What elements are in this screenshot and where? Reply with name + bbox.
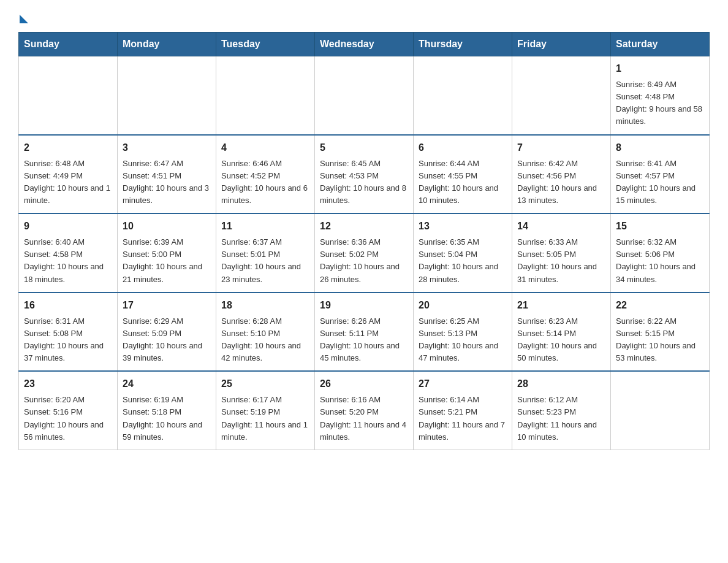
calendar-cell: 13Sunrise: 6:35 AMSunset: 5:04 PMDayligh… xyxy=(414,213,512,293)
day-info: Sunrise: 6:23 AMSunset: 5:14 PMDaylight:… xyxy=(517,315,605,365)
day-info: Sunrise: 6:29 AMSunset: 5:09 PMDaylight:… xyxy=(123,315,211,365)
calendar-cell: 20Sunrise: 6:25 AMSunset: 5:13 PMDayligh… xyxy=(414,293,512,372)
calendar-cell xyxy=(611,371,710,450)
logo-arrow-icon xyxy=(20,15,28,23)
calendar-cell: 22Sunrise: 6:22 AMSunset: 5:15 PMDayligh… xyxy=(611,293,710,372)
day-number: 28 xyxy=(517,377,605,391)
day-info: Sunrise: 6:47 AMSunset: 4:51 PMDaylight:… xyxy=(123,158,211,207)
calendar-cell: 7Sunrise: 6:42 AMSunset: 4:56 PMDaylight… xyxy=(512,135,611,214)
day-number: 22 xyxy=(616,298,704,313)
calendar-cell: 26Sunrise: 6:16 AMSunset: 5:20 PMDayligh… xyxy=(315,371,414,450)
calendar-cell: 2Sunrise: 6:48 AMSunset: 4:49 PMDaylight… xyxy=(19,135,118,214)
day-info: Sunrise: 6:39 AMSunset: 5:00 PMDaylight:… xyxy=(123,236,211,286)
day-info: Sunrise: 6:16 AMSunset: 5:20 PMDaylight:… xyxy=(320,394,408,443)
day-info: Sunrise: 6:14 AMSunset: 5:21 PMDaylight:… xyxy=(419,394,507,443)
day-header-sunday: Sunday xyxy=(19,33,118,56)
day-number: 14 xyxy=(517,219,605,234)
day-info: Sunrise: 6:22 AMSunset: 5:15 PMDaylight:… xyxy=(616,315,704,365)
calendar-week-1: 1Sunrise: 6:49 AMSunset: 4:48 PMDaylight… xyxy=(19,56,710,135)
day-header-tuesday: Tuesday xyxy=(216,33,315,56)
day-number: 25 xyxy=(221,377,309,391)
day-info: Sunrise: 6:44 AMSunset: 4:55 PMDaylight:… xyxy=(419,158,507,207)
calendar-cell xyxy=(19,56,118,135)
day-info: Sunrise: 6:26 AMSunset: 5:11 PMDaylight:… xyxy=(320,315,408,365)
calendar-cell: 21Sunrise: 6:23 AMSunset: 5:14 PMDayligh… xyxy=(512,293,611,372)
day-number: 26 xyxy=(320,377,408,391)
day-number: 15 xyxy=(616,219,704,234)
day-header-wednesday: Wednesday xyxy=(315,33,414,56)
day-number: 13 xyxy=(419,219,507,234)
calendar-cell: 10Sunrise: 6:39 AMSunset: 5:00 PMDayligh… xyxy=(118,213,216,293)
day-number: 19 xyxy=(320,298,408,313)
day-info: Sunrise: 6:12 AMSunset: 5:23 PMDaylight:… xyxy=(517,394,605,443)
day-number: 10 xyxy=(123,219,211,234)
calendar-cell: 25Sunrise: 6:17 AMSunset: 5:19 PMDayligh… xyxy=(216,371,315,450)
calendar-cell: 11Sunrise: 6:37 AMSunset: 5:01 PMDayligh… xyxy=(216,213,315,293)
calendar-cell: 3Sunrise: 6:47 AMSunset: 4:51 PMDaylight… xyxy=(118,135,216,214)
day-info: Sunrise: 6:25 AMSunset: 5:13 PMDaylight:… xyxy=(419,315,507,365)
page-header xyxy=(18,12,710,21)
calendar-cell xyxy=(216,56,315,135)
calendar-cell: 12Sunrise: 6:36 AMSunset: 5:02 PMDayligh… xyxy=(315,213,414,293)
calendar-body: 1Sunrise: 6:49 AMSunset: 4:48 PMDaylight… xyxy=(19,56,710,450)
calendar-cell: 9Sunrise: 6:40 AMSunset: 4:58 PMDaylight… xyxy=(19,213,118,293)
day-number: 8 xyxy=(616,140,704,155)
day-number: 7 xyxy=(517,140,605,155)
day-info: Sunrise: 6:45 AMSunset: 4:53 PMDaylight:… xyxy=(320,158,408,207)
calendar-cell: 24Sunrise: 6:19 AMSunset: 5:18 PMDayligh… xyxy=(118,371,216,450)
day-info: Sunrise: 6:35 AMSunset: 5:04 PMDaylight:… xyxy=(419,236,507,286)
calendar-cell: 23Sunrise: 6:20 AMSunset: 5:16 PMDayligh… xyxy=(19,371,118,450)
day-info: Sunrise: 6:19 AMSunset: 5:18 PMDaylight:… xyxy=(123,394,211,443)
day-number: 18 xyxy=(221,298,309,313)
day-info: Sunrise: 6:42 AMSunset: 4:56 PMDaylight:… xyxy=(517,158,605,207)
calendar-cell: 4Sunrise: 6:46 AMSunset: 4:52 PMDaylight… xyxy=(216,135,315,214)
calendar-week-4: 16Sunrise: 6:31 AMSunset: 5:08 PMDayligh… xyxy=(19,293,710,372)
logo xyxy=(18,12,28,21)
day-number: 2 xyxy=(24,140,112,155)
day-number: 12 xyxy=(320,219,408,234)
day-number: 23 xyxy=(24,377,112,391)
day-info: Sunrise: 6:33 AMSunset: 5:05 PMDaylight:… xyxy=(517,236,605,286)
calendar-cell xyxy=(118,56,216,135)
day-info: Sunrise: 6:36 AMSunset: 5:02 PMDaylight:… xyxy=(320,236,408,286)
calendar-cell: 17Sunrise: 6:29 AMSunset: 5:09 PMDayligh… xyxy=(118,293,216,372)
calendar-cell: 19Sunrise: 6:26 AMSunset: 5:11 PMDayligh… xyxy=(315,293,414,372)
day-number: 17 xyxy=(123,298,211,313)
day-info: Sunrise: 6:28 AMSunset: 5:10 PMDaylight:… xyxy=(221,315,309,365)
calendar-cell xyxy=(512,56,611,135)
calendar-week-5: 23Sunrise: 6:20 AMSunset: 5:16 PMDayligh… xyxy=(19,371,710,450)
day-number: 21 xyxy=(517,298,605,313)
day-info: Sunrise: 6:40 AMSunset: 4:58 PMDaylight:… xyxy=(24,236,112,286)
calendar-cell: 28Sunrise: 6:12 AMSunset: 5:23 PMDayligh… xyxy=(512,371,611,450)
day-number: 3 xyxy=(123,140,211,155)
day-info: Sunrise: 6:32 AMSunset: 5:06 PMDaylight:… xyxy=(616,236,704,286)
calendar-table: SundayMondayTuesdayWednesdayThursdayFrid… xyxy=(18,32,710,450)
day-number: 1 xyxy=(616,61,704,76)
day-header-thursday: Thursday xyxy=(414,33,512,56)
day-number: 9 xyxy=(24,219,112,234)
day-number: 24 xyxy=(123,377,211,391)
calendar-cell: 16Sunrise: 6:31 AMSunset: 5:08 PMDayligh… xyxy=(19,293,118,372)
calendar-week-3: 9Sunrise: 6:40 AMSunset: 4:58 PMDaylight… xyxy=(19,213,710,293)
day-info: Sunrise: 6:20 AMSunset: 5:16 PMDaylight:… xyxy=(24,394,112,443)
day-header-monday: Monday xyxy=(118,33,216,56)
calendar-cell: 15Sunrise: 6:32 AMSunset: 5:06 PMDayligh… xyxy=(611,213,710,293)
calendar-cell: 1Sunrise: 6:49 AMSunset: 4:48 PMDaylight… xyxy=(611,56,710,135)
day-info: Sunrise: 6:17 AMSunset: 5:19 PMDaylight:… xyxy=(221,394,309,443)
calendar-cell: 5Sunrise: 6:45 AMSunset: 4:53 PMDaylight… xyxy=(315,135,414,214)
day-header-saturday: Saturday xyxy=(611,33,710,56)
header-row: SundayMondayTuesdayWednesdayThursdayFrid… xyxy=(19,33,710,56)
calendar-cell xyxy=(414,56,512,135)
day-number: 6 xyxy=(419,140,507,155)
day-info: Sunrise: 6:46 AMSunset: 4:52 PMDaylight:… xyxy=(221,158,309,207)
day-number: 4 xyxy=(221,140,309,155)
day-info: Sunrise: 6:48 AMSunset: 4:49 PMDaylight:… xyxy=(24,158,112,207)
day-info: Sunrise: 6:37 AMSunset: 5:01 PMDaylight:… xyxy=(221,236,309,286)
day-info: Sunrise: 6:41 AMSunset: 4:57 PMDaylight:… xyxy=(616,158,704,207)
day-info: Sunrise: 6:49 AMSunset: 4:48 PMDaylight:… xyxy=(616,79,704,128)
calendar-cell: 18Sunrise: 6:28 AMSunset: 5:10 PMDayligh… xyxy=(216,293,315,372)
calendar-header: SundayMondayTuesdayWednesdayThursdayFrid… xyxy=(19,33,710,56)
calendar-cell xyxy=(315,56,414,135)
day-header-friday: Friday xyxy=(512,33,611,56)
calendar-cell: 6Sunrise: 6:44 AMSunset: 4:55 PMDaylight… xyxy=(414,135,512,214)
